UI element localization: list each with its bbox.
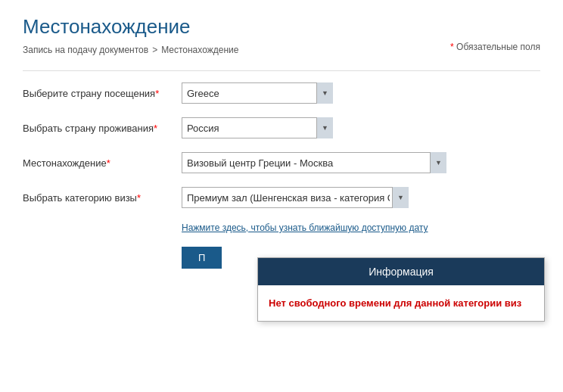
location-label: Местонахождение* <box>23 157 182 169</box>
divider <box>23 70 540 71</box>
visa-category-label: Выбрать категорию визы* <box>23 192 182 204</box>
page-title: Местонахождение <box>23 15 540 39</box>
location-select-wrapper: Визовый центр Греции - Москва <box>182 152 446 173</box>
country-residence-row: Выбрать страну проживания* Россия <box>23 117 540 138</box>
country-visit-row: Выберите страну посещения* Greece <box>23 82 540 104</box>
location-select[interactable]: Визовый центр Греции - Москва <box>182 152 446 173</box>
info-link-row: Нажмите здесь, чтобы узнать ближайшую до… <box>182 222 540 233</box>
visa-category-select[interactable]: Премиум зал (Шенгенская виза - категория… <box>182 187 409 208</box>
nearest-date-link[interactable]: Нажмите здесь, чтобы узнать ближайшую до… <box>182 222 428 233</box>
visa-category-select-wrapper: Премиум зал (Шенгенская виза - категория… <box>182 187 409 208</box>
location-row: Местонахождение* Визовый центр Греции - … <box>23 152 540 173</box>
breadcrumb-current: Местонахождение <box>161 45 238 55</box>
info-popup-message: Нет свободного времени для данной катего… <box>258 285 544 321</box>
info-popup: Информация Нет свободного времени для да… <box>257 257 545 322</box>
page-wrapper: Местонахождение Запись на подачу докумен… <box>0 0 563 392</box>
breadcrumb-link[interactable]: Запись на подачу документов <box>23 45 148 55</box>
required-note: Обязательные поля <box>450 42 540 52</box>
info-popup-header: Информация <box>258 258 544 285</box>
country-residence-select[interactable]: Россия <box>182 117 333 138</box>
country-visit-select[interactable]: Greece <box>182 82 333 104</box>
country-residence-select-wrapper: Россия <box>182 117 333 138</box>
country-visit-select-wrapper: Greece <box>182 82 333 104</box>
visa-category-row: Выбрать категорию визы* Премиум зал (Шен… <box>23 187 540 208</box>
form-section: Выберите страну посещения* Greece Выбрат… <box>23 82 540 269</box>
country-residence-label: Выбрать страну проживания* <box>23 123 182 134</box>
breadcrumb-separator: > <box>152 45 157 55</box>
country-visit-label: Выберите страну посещения* <box>23 88 182 99</box>
next-button[interactable]: П <box>182 247 222 269</box>
